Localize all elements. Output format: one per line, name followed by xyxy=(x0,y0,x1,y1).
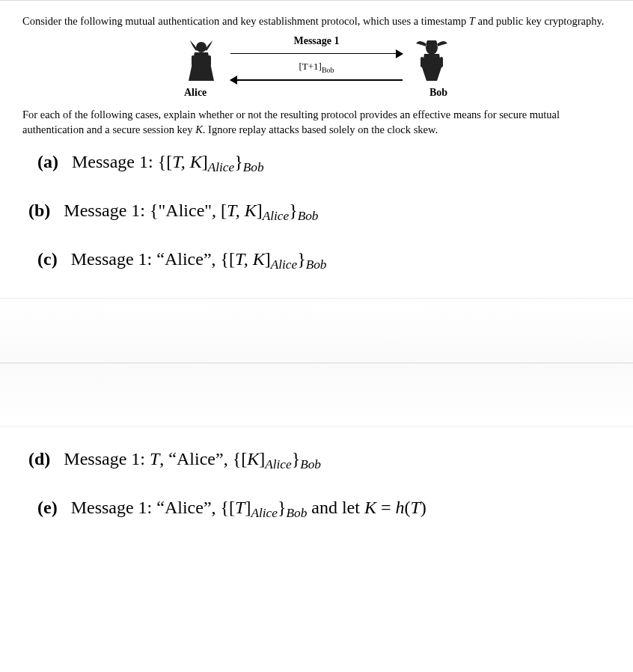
message-arrows: Message 1 [T+1]Bob xyxy=(230,35,403,86)
message-1-label: Message 1 xyxy=(293,35,339,47)
item-e-equation: K = h(T) xyxy=(364,498,426,517)
svg-rect-4 xyxy=(421,57,423,67)
item-e: (e) Message 1: “Alice”, {[T]Alice}Bob an… xyxy=(37,498,606,521)
timestamp-var: T xyxy=(469,15,475,27)
question-text-2: . Ignore replay attacks based solely on … xyxy=(203,123,438,135)
question-items-continued: (d) Message 1: T, “Alice”, {[K]Alice}Bob… xyxy=(22,449,611,521)
protocol-diagram: Message 1 [T+1]Bob xyxy=(159,35,474,100)
svg-point-0 xyxy=(196,42,207,52)
section-divider xyxy=(0,298,633,427)
item-a-label: (a) xyxy=(37,152,58,171)
arrow-left xyxy=(230,75,403,85)
item-a: (a) Message 1: {[T, K]Alice}Bob xyxy=(37,152,606,175)
item-e-label: (e) xyxy=(37,498,58,517)
item-c-msg: Message 1: xyxy=(71,249,157,269)
item-b-expression: {"Alice", [T, K]Alice}Bob xyxy=(150,201,318,220)
item-d-label: (d) xyxy=(28,449,50,468)
bob-figure xyxy=(412,37,452,82)
alice-name: Alice xyxy=(184,87,207,99)
question-intro: For each of the following cases, explain… xyxy=(22,108,611,137)
question-items: (a) Message 1: {[T, K]Alice}Bob (b) Mess… xyxy=(22,152,611,272)
intro-text-2: and public key cryptography. xyxy=(475,15,605,27)
item-d-msg: Message 1: xyxy=(64,449,150,468)
item-d: (d) Message 1: T, “Alice”, {[K]Alice}Bob xyxy=(28,449,606,472)
item-c-label: (c) xyxy=(37,249,58,269)
bob-icon xyxy=(412,37,452,82)
message-2-label: [T+1]Bob xyxy=(299,61,334,74)
item-d-expression: T, “Alice”, {[K]Alice}Bob xyxy=(150,449,321,468)
item-c-expression: “Alice”, {[T, K]Alice}Bob xyxy=(156,249,326,269)
alice-figure xyxy=(181,37,221,82)
message-2-text: [T+1] xyxy=(299,61,321,72)
item-a-msg: Message 1: xyxy=(72,152,158,171)
session-key-var: K xyxy=(195,123,203,135)
alice-icon xyxy=(181,37,221,82)
arrow-right xyxy=(230,49,403,59)
document-page: Consider the following mutual authentica… xyxy=(0,0,633,575)
item-e-msg: Message 1: xyxy=(71,498,157,517)
item-c: (c) Message 1: “Alice”, {[T, K]Alice}Bob xyxy=(37,249,606,272)
item-e-tail-text: and let xyxy=(307,498,364,517)
svg-rect-1 xyxy=(192,55,195,66)
item-b: (b) Message 1: {"Alice", [T, K]Alice}Bob xyxy=(28,201,606,224)
intro-text-1: Consider the following mutual authentica… xyxy=(22,15,469,27)
item-b-msg: Message 1: xyxy=(64,201,150,220)
item-e-expression: “Alice”, {[T]Alice}Bob xyxy=(156,498,307,517)
intro-paragraph: Consider the following mutual authentica… xyxy=(22,14,611,29)
message-2-subscript: Bob xyxy=(322,65,334,73)
svg-rect-2 xyxy=(208,55,211,66)
item-a-expression: {[T, K]Alice}Bob xyxy=(158,152,264,171)
svg-rect-5 xyxy=(440,57,443,67)
bob-name: Bob xyxy=(429,87,447,99)
item-b-label: (b) xyxy=(28,201,50,220)
